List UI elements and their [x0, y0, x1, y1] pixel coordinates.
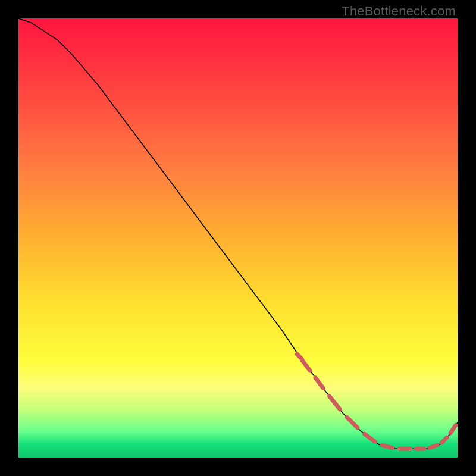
curve-dash-marker — [365, 434, 375, 441]
chart-stage: TheBottleneck.com — [0, 0, 476, 476]
curve-dash-marker — [302, 360, 310, 371]
curve-dash-marker — [382, 445, 393, 448]
plot-area — [18, 18, 458, 458]
curve-dash-marker — [450, 425, 456, 433]
watermark-text: TheBottleneck.com — [342, 4, 456, 19]
bottleneck-curve — [18, 18, 458, 449]
curve-dash-marker — [430, 445, 437, 448]
curve-dash-marker — [347, 417, 358, 428]
curve-dash-marker — [315, 378, 323, 389]
curve-layer — [18, 18, 458, 458]
curve-dash-marker — [330, 396, 340, 409]
curve-dash-marker — [441, 437, 447, 443]
